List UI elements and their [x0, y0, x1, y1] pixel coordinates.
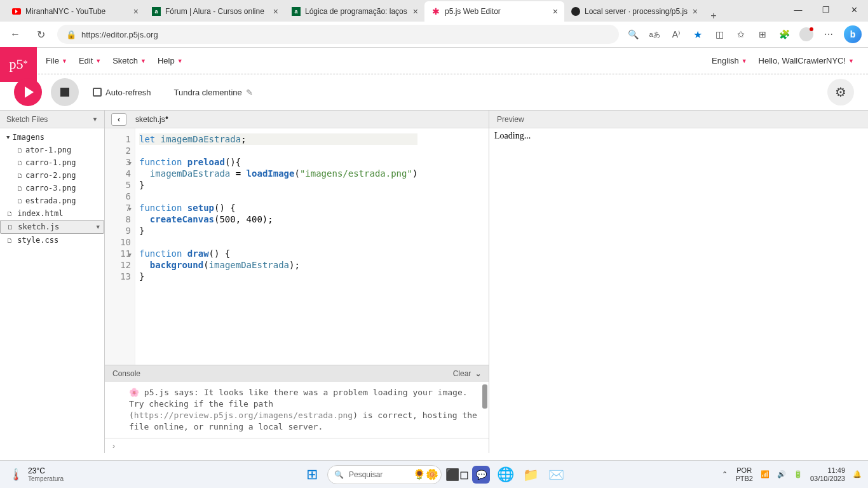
code-content: let imagemDaEstrada; function preload(){…: [135, 128, 417, 365]
clock[interactable]: 11:49 03/10/2023: [810, 466, 845, 483]
task-view-button[interactable]: ⬛◻: [447, 464, 467, 485]
url-input[interactable]: 🔒 https://editor.p5js.org: [57, 25, 619, 44]
play-button[interactable]: [14, 78, 42, 106]
battery-icon[interactable]: 🔋: [794, 470, 803, 478]
minimize-button[interactable]: —: [784, 0, 812, 19]
search-toggle-icon[interactable]: 🔍: [627, 28, 639, 41]
tab-title: Fórum | Alura - Cursos online: [165, 7, 269, 16]
explorer-button[interactable]: 📁: [520, 464, 541, 485]
settings-button[interactable]: ⚙: [827, 79, 854, 105]
tab-title: p5.js Web Editor: [445, 7, 549, 16]
file-icon: 🗋: [17, 198, 23, 205]
file-item[interactable]: 🗋 index.html: [0, 207, 104, 220]
start-button[interactable]: ⊞: [302, 464, 322, 485]
console-header: Console Clear ⌄: [105, 365, 489, 382]
checkbox-icon: [93, 88, 102, 97]
split-icon[interactable]: ◫: [713, 28, 726, 41]
favorites-bar-icon[interactable]: ✩: [735, 28, 747, 41]
p5-app: p5* File▼ Edit▼ Sketch▼ Help▼ English▼ H…: [0, 48, 868, 453]
back-button[interactable]: ←: [6, 25, 24, 43]
sidebar-header: Sketch Files ▼: [0, 111, 104, 128]
collapse-sidebar-button[interactable]: ‹: [111, 113, 126, 126]
collections-icon[interactable]: ⊞: [756, 28, 769, 41]
translate-icon[interactable]: aあ: [648, 28, 661, 41]
code-editor[interactable]: 123▼4567▼891011▼1213 let imagemDaEstrada…: [105, 128, 489, 365]
browser-tab-4[interactable]: Local server · processing/p5.js ×: [564, 1, 704, 22]
refresh-button[interactable]: ↻: [32, 25, 50, 43]
console-clear[interactable]: Clear ⌄: [453, 369, 481, 378]
copilot-icon[interactable]: b: [844, 25, 862, 43]
menu-sketch[interactable]: Sketch▼: [112, 56, 146, 65]
menu-help[interactable]: Help▼: [158, 56, 183, 65]
chevron-down-icon[interactable]: ▼: [92, 116, 98, 123]
notifications-icon[interactable]: 🔔: [853, 470, 862, 478]
taskbar-center: ⊞ 🔍 Pesquisar 🌻🌼 ⬛◻ 💬 🌐 📁 ✉️: [302, 464, 566, 485]
close-icon[interactable]: ×: [693, 6, 698, 17]
browser-tab-1[interactable]: a Fórum | Alura - Cursos online ×: [145, 1, 285, 22]
menu-file[interactable]: File▼: [46, 56, 67, 65]
temp-label: Temperatura: [28, 475, 64, 482]
taskbar-search[interactable]: 🔍 Pesquisar 🌻🌼: [327, 465, 442, 484]
file-item[interactable]: 🗋 sketch.js▼: [0, 220, 104, 234]
tab-title: Local server · processing/p5.js: [585, 7, 689, 16]
file-icon: 🗋: [17, 159, 23, 166]
console-link[interactable]: https://preview.p5js.org/imagens/estrada…: [134, 410, 353, 420]
file-item[interactable]: 🗋 ator-1.png: [0, 144, 104, 156]
profile-icon[interactable]: [799, 27, 813, 41]
close-icon[interactable]: ×: [413, 6, 418, 17]
alura-icon: a: [291, 6, 301, 17]
file-item[interactable]: 🗋 carro-3.png: [0, 182, 104, 194]
browser-tab-0[interactable]: MiranhaNYC - YouTube ×: [5, 1, 145, 22]
chevron-down-icon[interactable]: ▼: [97, 224, 100, 230]
line-gutter: 123▼4567▼891011▼1213: [105, 128, 135, 365]
maximize-button[interactable]: ❐: [812, 0, 840, 19]
pencil-icon: ✎: [246, 88, 253, 97]
file-item[interactable]: 🗋 estrada.png: [0, 194, 104, 207]
wifi-icon[interactable]: 📶: [761, 470, 770, 478]
editor-tab[interactable]: sketch.js●: [135, 115, 168, 124]
search-icon: 🔍: [334, 470, 344, 479]
console: Console Clear ⌄ 🌸 p5.js says: It looks l…: [105, 365, 489, 453]
tray-chevron-icon[interactable]: ⌃: [722, 470, 728, 478]
favorite-icon[interactable]: ★: [691, 28, 704, 41]
sidebar: Sketch Files ▼ ▼ Imagens 🗋 ator-1.png🗋 c…: [0, 111, 105, 453]
close-icon[interactable]: ×: [133, 6, 139, 17]
sketch-name[interactable]: Tundra clementine ✎: [174, 88, 253, 97]
new-tab-button[interactable]: +: [704, 10, 723, 22]
menu-edit[interactable]: Edit▼: [79, 56, 101, 65]
file-item[interactable]: 🗋 carro-1.png: [0, 156, 104, 169]
read-aloud-icon[interactable]: A⁾: [670, 28, 682, 41]
toolbar: Auto-refresh Tundra clementine ✎ ⚙: [0, 74, 868, 110]
weather-widget[interactable]: 🌡️ 23°C Temperatura: [0, 466, 64, 482]
user-greeting[interactable]: Hello, WallCrawlerNYC!▼: [759, 56, 854, 65]
console-body[interactable]: 🌸 p5.js says: It looks like there was a …: [105, 382, 489, 438]
close-icon[interactable]: ×: [553, 6, 558, 17]
taskbar-right: ⌃ POR PTB2 📶 🔊 🔋 11:49 03/10/2023 🔔: [722, 466, 862, 483]
p5-logo[interactable]: p5*: [0, 47, 37, 82]
mail-button[interactable]: ✉️: [546, 464, 566, 485]
browser-tab-2[interactable]: a Lógica de programação: laços ×: [285, 1, 424, 22]
file-icon: 🗋: [17, 185, 23, 192]
more-icon[interactable]: ⋯: [822, 28, 835, 41]
file-icon: 🗋: [6, 237, 13, 244]
file-item[interactable]: 🗋 carro-2.png: [0, 169, 104, 182]
youtube-icon: [11, 6, 22, 17]
language-indicator[interactable]: POR PTB2: [735, 466, 753, 483]
lock-icon: 🔒: [66, 30, 76, 39]
chevron-down-icon: ▼: [177, 58, 183, 64]
language-selector[interactable]: English▼: [712, 56, 747, 65]
volume-icon[interactable]: 🔊: [777, 470, 786, 478]
folder-item[interactable]: ▼ Imagens: [0, 131, 104, 144]
edge-button[interactable]: 🌐: [495, 464, 515, 485]
scrollbar[interactable]: [482, 384, 487, 409]
chevron-down-icon[interactable]: ⌄: [475, 370, 481, 377]
file-item[interactable]: 🗋 style.css: [0, 234, 104, 247]
close-icon[interactable]: ×: [273, 6, 278, 17]
extensions-icon[interactable]: 🧩: [778, 28, 790, 41]
stop-button[interactable]: [51, 78, 79, 106]
chat-button[interactable]: 💬: [472, 466, 490, 484]
browser-tab-3[interactable]: ✱ p5.js Web Editor ×: [424, 1, 564, 22]
close-window-button[interactable]: ✕: [840, 0, 868, 19]
console-input[interactable]: ›: [105, 438, 489, 453]
autorefresh-toggle[interactable]: Auto-refresh: [93, 88, 151, 97]
